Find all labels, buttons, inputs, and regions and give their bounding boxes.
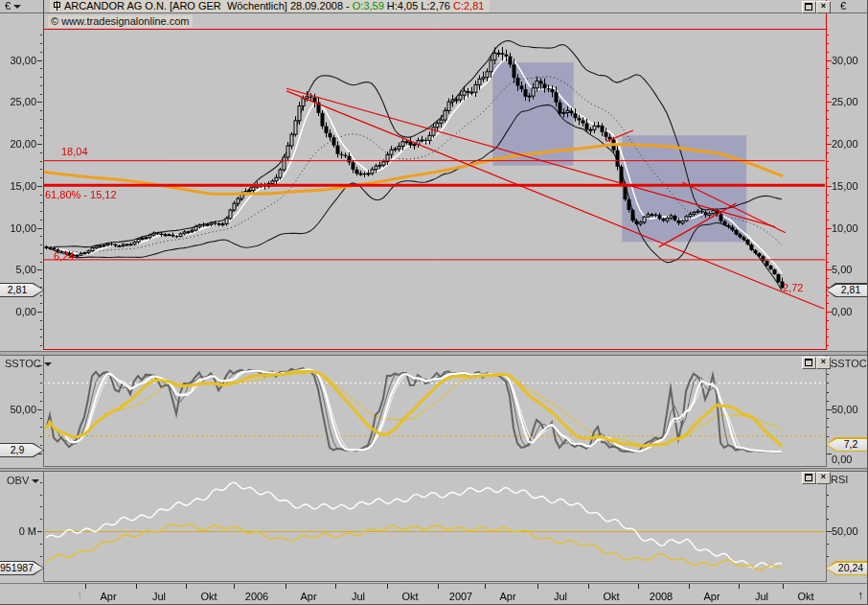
time-axis-label: Jul (554, 591, 567, 602)
obv-close-button[interactable]: × (816, 472, 831, 484)
maximize-icon (805, 474, 812, 481)
app-window: € ARCANDOR AG O.N. [ARO GER Wöchentlich]… (0, 0, 868, 605)
title-separator (0, 12, 868, 13)
time-axis-label: Jul (152, 591, 166, 602)
level-label-fibonacci-1512: 61,80% - 15,12 (45, 189, 117, 200)
maximize-icon (805, 3, 812, 11)
time-axis-label: Okt (603, 591, 619, 602)
y-axis-label-right: 30,00 (832, 55, 858, 66)
stoch-marker-left: 2,9 (0, 443, 44, 457)
y-axis-label-left: 5,00 (2, 264, 36, 275)
rsi-right-label: RSI (831, 474, 848, 485)
close-icon: × (821, 357, 826, 366)
maximize-button[interactable] (802, 1, 816, 13)
stoch-right-zero-label: 0,00 (832, 454, 852, 465)
time-axis: ↑ ↑ AprJulOkt2006AprJulOkt2007AprJulOkt2… (0, 583, 868, 605)
rsi-mid-tick-label: 50,00 (832, 525, 858, 537)
time-axis-label: Jul (755, 591, 768, 602)
y-axis-label-left: 30,00 (2, 55, 36, 66)
close-button[interactable]: × (816, 1, 831, 13)
maximize-icon (805, 359, 812, 366)
stoch-close-button[interactable]: × (816, 357, 831, 369)
chevron-down-icon (44, 362, 52, 366)
price-marker-left: 2,81 (0, 283, 44, 297)
y-axis-label-right: 15,00 (832, 180, 858, 192)
obv-maximize-button[interactable] (802, 472, 816, 484)
time-axis-label: Apr (499, 591, 515, 602)
stoch-marker-right: 7,2 (826, 437, 868, 452)
title-close-value: C:2,81 (453, 0, 484, 12)
chevron-down-icon (32, 479, 39, 483)
time-axis-label: Jul (352, 591, 365, 602)
y-axis-label-left: 15,00 (2, 180, 36, 192)
title-high-low: H:4,05 L:2,76 (384, 0, 453, 12)
chart-title: ARCANDOR AG O.N. [ARO GER Wöchentlich] 2… (50, 0, 490, 12)
y-axis-label-left: 0,00 (2, 306, 36, 317)
time-axis-label: Okt (797, 591, 813, 602)
time-axis-label: Okt (401, 591, 418, 602)
left-axis-unit-dropdown[interactable]: € (5, 0, 21, 12)
y-axis-label-right: 5,00 (832, 264, 852, 275)
stoch-right-label: SSTOC (831, 358, 867, 369)
stoch-left-tick-label: 50,00 (2, 404, 36, 415)
close-icon: × (821, 472, 826, 481)
y-axis-label-right: 0,00 (832, 306, 852, 317)
scroll-left-button[interactable]: ↑ (77, 589, 82, 602)
obv-zero-tick-label: 0 M (2, 525, 36, 537)
obv-pane-dropdown[interactable]: OBV (7, 475, 39, 486)
pin-icon (54, 1, 61, 11)
price-marker-right: 2,81 (826, 283, 868, 297)
time-axis-label: 2006 (245, 591, 268, 602)
title-open-value: O:3,59 (353, 0, 384, 12)
rsi-marker-right: 20,24 (826, 561, 868, 575)
close-icon: × (821, 1, 826, 11)
chevron-down-icon (13, 5, 21, 9)
copyright-label: © www.tradesignalonline.com (48, 15, 193, 28)
title-instrument: ARCANDOR AG O.N. [ARO GER Wöchentlich] 2… (64, 0, 353, 12)
time-axis-label: Apr (703, 591, 720, 602)
time-axis-label: 2008 (650, 591, 673, 602)
time-axis-label: Apr (100, 591, 116, 602)
time-axis-label: Okt (200, 591, 217, 602)
level-label-624: 6,24 (54, 250, 74, 262)
y-axis-label-right: 10,00 (832, 222, 858, 234)
stoch-right-tick-label: 50,00 (832, 404, 858, 415)
time-axis-label: Apr (300, 591, 316, 602)
y-axis-label-left: 10,00 (2, 222, 36, 234)
y-axis-label-left: 25,00 (2, 96, 36, 107)
chart-canvas[interactable] (0, 0, 868, 605)
stoch-pane-dropdown[interactable]: SSTOC (5, 358, 52, 369)
trendline-value-label: 2,72 (783, 282, 803, 293)
y-axis-label-right: 25,00 (832, 96, 858, 107)
obv-marker-left: 951987 (0, 561, 44, 575)
panel-splitter[interactable] (0, 468, 868, 472)
title-bar: € ARCANDOR AG O.N. [ARO GER Wöchentlich]… (0, 0, 868, 12)
level-label-1804: 18,04 (61, 146, 88, 157)
time-axis-label: 2007 (449, 591, 472, 602)
stoch-maximize-button[interactable] (802, 357, 816, 369)
scroll-right-button[interactable]: ↑ (857, 589, 863, 602)
right-axis-unit: € (840, 0, 846, 12)
y-axis-label-right: 20,00 (832, 138, 858, 150)
panel-splitter[interactable] (0, 351, 868, 356)
y-axis-label-left: 20,00 (2, 138, 36, 150)
